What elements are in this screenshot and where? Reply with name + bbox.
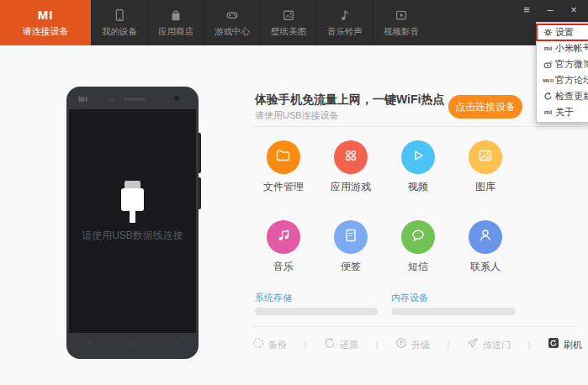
memory-device-bar[interactable] [391,308,516,315]
backup-icon [252,337,264,352]
menu-item-official-weibo[interactable]: 官方微博 [537,56,588,72]
usb-connect-hint: 请使用USB数据线连接 [69,229,196,243]
restore-button[interactable]: 还原 [324,337,358,352]
app-sms[interactable]: 短信 [384,220,452,274]
note-icon [342,226,360,248]
app-music[interactable]: 音乐 [250,220,317,274]
music-note-icon [274,226,293,248]
app-apps-games[interactable]: 应用游戏 [317,140,384,194]
connect-device-button[interactable]: 点击连接设备 [448,95,522,119]
flash-button[interactable]: 刷机 [548,337,582,352]
portal-button[interactable]: 传送门 [467,337,511,352]
nav-label: 视频影音 [384,26,419,38]
brand-block[interactable]: MI 请连接设备 [0,0,91,45]
ringtone-icon [337,8,352,26]
app-gallery[interactable]: 图库 [452,140,519,194]
window-controls: ≡ – × [521,3,580,17]
menu-item-label: 小米帐号 [555,42,588,55]
nav-label: 音乐铃声 [327,26,363,38]
menu-item-check-updates[interactable]: 检查更新 [537,88,588,104]
system-storage-bar[interactable] [255,308,378,315]
minimize-icon[interactable]: – [544,3,556,17]
phone-mi-logo: MI [78,95,88,103]
menu-item-official-forum[interactable]: MIUI 官方论坛 [537,72,588,88]
weibo-icon [541,60,555,69]
flash-icon [548,337,559,352]
phone-home-icon: □ [131,338,135,348]
menu-icon[interactable]: ≡ [521,3,532,17]
usb-connect-subheading: 请使用USB连接设备 [255,109,339,122]
mi-logo-icon: mi [541,45,555,52]
separator: | [528,340,531,350]
nav-my-device[interactable]: 我的设备 [91,0,147,45]
gamepad-icon [225,8,240,26]
separator: | [376,340,379,350]
top-nav: 我的设备 应用商店 游戏中心 壁纸美图 音乐铃声 视频影音 [91,0,429,45]
menu-item-about[interactable]: mi 关于 [537,104,588,120]
menu-item-label: 设置 [555,26,574,39]
phone-front-camera [174,96,179,101]
divider [252,126,580,127]
menu-item-label: 关于 [555,106,574,119]
action-label: 还原 [340,339,358,351]
nav-video[interactable]: 视频影音 [373,0,429,45]
upgrade-icon [395,337,407,352]
phone-sensor [109,98,114,101]
gear-icon [541,28,555,37]
menu-item-label: 检查更新 [555,90,588,103]
nav-label: 我的设备 [102,26,137,38]
phone-illustration: MI 请使用USB数据线连接 ≡ □ ‹ [66,87,199,359]
separator: | [448,340,450,350]
mi-logo-icon: mi [541,108,555,116]
close-icon[interactable]: × [568,3,580,17]
app-contacts[interactable]: 联系人 [452,220,519,274]
app-label: 应用游戏 [317,180,384,194]
phone-back-icon: ‹ [176,338,178,348]
action-label: 刷机 [564,339,582,351]
app-label: 音乐 [250,260,317,274]
folder-icon [274,146,293,168]
restore-icon [324,337,336,352]
memory-device-label: 内存设备 [391,292,428,304]
menu-item-label: 官方微博 [555,58,588,71]
action-label: 升级 [411,339,430,351]
person-icon [476,226,495,248]
upgrade-button[interactable]: 升级 [395,337,430,352]
action-label: 备份 [268,339,287,351]
header-bar: MI 请连接设备 我的设备 应用商店 游戏中心 壁纸美图 音乐铃声 [0,0,588,45]
app-video[interactable]: 视频 [384,140,452,194]
phone-power-button [199,177,201,209]
phone-screen: 请使用USB数据线连接 [69,109,196,333]
bottom-action-bar: 备份 | 还原 | 升级 | 传送门 | 刷机 [252,335,582,354]
nav-wallpaper[interactable]: 壁纸美图 [260,0,316,45]
phone-menu-icon: ≡ [87,338,91,348]
separator: | [305,340,307,350]
divider [252,326,580,327]
app-label: 视频 [384,180,452,194]
app-label: 联系人 [452,260,519,274]
send-icon [467,337,479,352]
phone-earpiece [124,98,146,101]
usb-plug-icon [124,181,140,188]
app-label: 短信 [384,260,452,274]
nav-ringtones[interactable]: 音乐铃声 [316,0,373,45]
play-icon [409,146,427,168]
nav-label: 游戏中心 [215,26,250,38]
backup-button[interactable]: 备份 [252,337,287,352]
nav-game-center[interactable]: 游戏中心 [204,0,260,45]
store-icon [168,8,183,26]
phone-volume-button [199,133,201,173]
app-notes[interactable]: 便签 [317,220,384,274]
chat-icon [409,226,427,248]
app-label: 便签 [317,260,384,274]
miui-icon: MIUI [541,78,555,83]
nav-label: 壁纸美图 [271,26,306,38]
menu-item-mi-account[interactable]: mi 小米帐号 [537,40,588,56]
phone-nav-bar: ≡ □ ‹ [87,338,178,348]
menu-item-settings[interactable]: 设置 [537,24,588,40]
app-label: 图库 [452,180,519,194]
app-file-manager[interactable]: 文件管理 [250,140,317,194]
video-icon [394,8,409,26]
system-storage-label: 系统存储 [255,292,292,304]
nav-app-store[interactable]: 应用商店 [147,0,204,45]
